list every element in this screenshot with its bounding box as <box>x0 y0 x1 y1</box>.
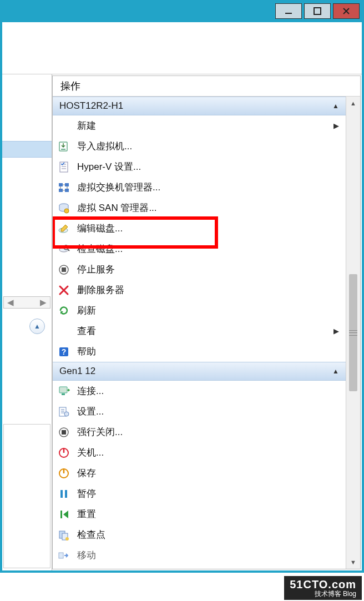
svg-rect-27 <box>60 511 62 518</box>
action-turn-off[interactable]: 强行关闭... <box>53 422 346 442</box>
section-header-vm[interactable]: Gen1 12 ▲ <box>53 362 346 381</box>
connect-icon <box>57 385 70 398</box>
svg-rect-14 <box>62 267 66 272</box>
svg-text:?: ? <box>62 347 67 356</box>
svg-rect-18 <box>62 393 65 395</box>
close-button[interactable] <box>333 3 360 19</box>
action-virtual-switch-manager[interactable]: 虚拟交换机管理器... <box>53 177 346 198</box>
section-title: HOST12R2-H1 <box>59 100 123 112</box>
shut-down-icon <box>57 446 70 459</box>
refresh-icon <box>57 304 70 317</box>
svg-point-30 <box>65 537 69 541</box>
action-checkpoint[interactable]: 检查点 <box>53 524 346 545</box>
scroll-up-icon[interactable]: ▲ <box>346 97 360 110</box>
collapse-icon: ▲ <box>332 102 339 110</box>
svg-rect-26 <box>65 490 67 498</box>
save-power-icon <box>57 467 70 480</box>
scroll-down-icon[interactable]: ▼ <box>346 555 360 569</box>
section-header-host[interactable]: HOST12R2-H1 ▲ <box>53 97 346 115</box>
horizontal-scrollbar[interactable]: ◀▶ <box>3 296 50 309</box>
action-reset[interactable]: 重置 <box>53 504 346 524</box>
lower-left-panel <box>3 424 50 568</box>
action-view[interactable]: 查看 ▶ <box>53 321 346 341</box>
action-virtual-san-manager[interactable]: 虚拟 SAN 管理器... <box>53 198 346 218</box>
action-pause[interactable]: 暂停 <box>53 483 346 504</box>
svg-rect-6 <box>59 189 63 192</box>
minimize-button[interactable] <box>275 3 302 19</box>
move-icon <box>57 549 70 562</box>
svg-rect-17 <box>59 387 67 393</box>
vswitch-icon <box>57 181 70 194</box>
action-shut-down[interactable]: 关机... <box>53 442 346 463</box>
action-connect[interactable]: 连接... <box>53 381 346 401</box>
action-vm-settings[interactable]: 设置... <box>53 401 346 422</box>
left-panel-stub: ◀▶ ▲ <box>2 74 52 570</box>
selected-row-stub[interactable] <box>2 141 52 158</box>
actions-pane-title: 操作 <box>53 76 360 97</box>
svg-rect-5 <box>65 183 69 186</box>
import-vm-icon <box>57 140 70 153</box>
edit-disk-icon <box>57 222 70 235</box>
action-refresh[interactable]: 刷新 <box>53 300 346 321</box>
window-titlebar <box>2 2 362 22</box>
action-help[interactable]: ? 帮助 <box>53 341 346 362</box>
pause-icon <box>57 487 70 501</box>
action-move[interactable]: 移动 <box>53 545 346 565</box>
svg-rect-31 <box>59 553 63 558</box>
actions-pane: 操作 HOST12R2-H1 ▲ 新建 ▶ <box>52 75 361 569</box>
reset-icon <box>57 508 70 521</box>
action-save[interactable]: 保存 <box>53 463 346 483</box>
delete-icon <box>57 284 70 297</box>
checkpoint-icon <box>57 528 70 542</box>
svg-rect-7 <box>65 189 69 192</box>
submenu-arrow-icon: ▶ <box>333 327 339 335</box>
stop-icon <box>57 263 70 276</box>
svg-rect-0 <box>285 13 292 14</box>
action-remove-server[interactable]: 删除服务器 <box>53 280 346 300</box>
svg-rect-4 <box>59 183 63 186</box>
vsan-icon <box>57 201 70 215</box>
svg-rect-22 <box>62 430 66 435</box>
action-new[interactable]: 新建 ▶ <box>53 115 346 136</box>
action-edit-disk[interactable]: 编辑磁盘... <box>53 218 346 239</box>
turn-off-icon <box>57 426 70 439</box>
submenu-arrow-icon: ▶ <box>333 122 339 130</box>
svg-point-20 <box>64 412 69 416</box>
maximize-button[interactable] <box>304 3 331 19</box>
help-icon: ? <box>57 345 70 358</box>
action-import-vm[interactable]: 导入虚拟机... <box>53 136 346 156</box>
svg-rect-1 <box>314 8 321 14</box>
collapse-panel-button[interactable]: ▲ <box>29 319 45 334</box>
section-title: Gen1 12 <box>59 366 95 377</box>
svg-rect-25 <box>60 490 63 498</box>
action-hyperv-settings[interactable]: Hyper-V 设置... <box>53 156 346 177</box>
settings-sheet-icon <box>57 160 70 174</box>
collapse-icon: ▲ <box>332 367 339 375</box>
toolbar-region <box>2 24 362 74</box>
svg-point-9 <box>64 209 69 213</box>
action-stop-service[interactable]: 停止服务 <box>53 259 346 280</box>
blank-icon <box>57 119 70 133</box>
vm-settings-icon <box>57 405 70 418</box>
action-inspect-disk[interactable]: 检查磁盘... <box>53 239 346 259</box>
blank-icon <box>57 325 70 338</box>
watermark: 51CTO.com 技术博客 Blog <box>284 576 362 600</box>
vertical-scrollbar[interactable]: ▲ ▼ <box>346 97 360 569</box>
inspect-disk-icon <box>57 243 70 256</box>
